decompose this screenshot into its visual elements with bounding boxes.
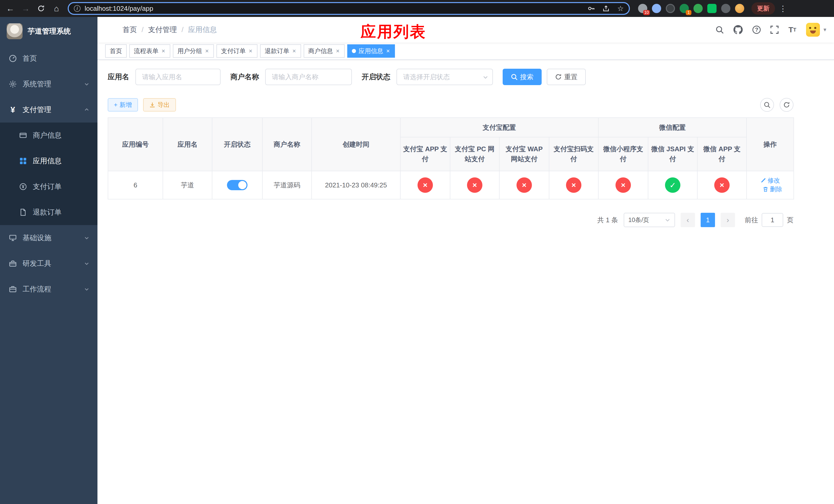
extensions-area: 10 1 xyxy=(638,4,744,13)
extension-check-icon[interactable] xyxy=(694,4,703,13)
extension-green-badge-icon[interactable]: 1 xyxy=(680,4,689,13)
extension-puzzle2-icon[interactable] xyxy=(721,4,730,13)
export-button-label: 导出 xyxy=(157,101,170,109)
avatar[interactable] xyxy=(806,23,820,37)
tab-close-icon[interactable]: × xyxy=(248,48,253,54)
sidebar-item-pay-order[interactable]: 支付订单 xyxy=(0,174,97,200)
reset-button[interactable]: 重置 xyxy=(547,69,586,85)
sidebar-item-payment[interactable]: ¥ 支付管理 xyxy=(0,97,97,122)
edit-link-label: 修改 xyxy=(768,176,780,185)
tab-refund-order[interactable]: 退款订单 × xyxy=(260,44,301,58)
extension-drop-icon[interactable] xyxy=(652,4,661,13)
password-key-icon[interactable] xyxy=(588,5,595,12)
font-size-icon[interactable]: TT xyxy=(788,26,796,33)
tab-app-info[interactable]: 应用信息 × xyxy=(347,44,395,58)
help-icon[interactable]: ? xyxy=(752,26,761,34)
sidebar-item-label: 支付订单 xyxy=(33,182,62,191)
extension-face-icon[interactable] xyxy=(735,4,744,13)
address-bar[interactable]: i localhost:1024/pay/app ☆ xyxy=(68,2,630,15)
app-name-label: 应用名 xyxy=(108,72,129,82)
extension-dark-icon[interactable] xyxy=(666,4,675,13)
cell-alipay-app: × xyxy=(400,171,450,199)
merchant-name-input[interactable] xyxy=(265,69,352,85)
yen-icon: ¥ xyxy=(8,106,18,114)
sidebar-item-label: 商户信息 xyxy=(33,131,62,140)
goto-page-input[interactable] xyxy=(762,213,783,227)
add-button[interactable]: + 新增 xyxy=(108,98,138,112)
back-icon[interactable]: ← xyxy=(3,2,18,15)
fullscreen-icon[interactable] xyxy=(770,26,778,34)
sidebar-item-system[interactable]: 系统管理 xyxy=(0,71,97,97)
page-size-select[interactable]: 10条/页 xyxy=(624,213,675,227)
export-button[interactable]: 导出 xyxy=(143,98,176,112)
cell-app-name: 芋道 xyxy=(163,171,212,199)
tab-pay-order[interactable]: 支付订单 × xyxy=(216,44,258,58)
toggle-search-button[interactable] xyxy=(760,98,774,112)
github-icon[interactable] xyxy=(733,25,743,35)
col-header-wx-jsapi: 微信 JSAPI 支付 xyxy=(648,137,697,171)
search-button[interactable]: 搜索 xyxy=(503,69,542,85)
page-size-value: 10条/页 xyxy=(628,216,649,224)
url-text: localhost:1024/pay/app xyxy=(85,5,153,13)
sidebar-item-label: 工作流程 xyxy=(23,284,51,294)
home-icon[interactable]: ⌂ xyxy=(49,2,64,15)
search-icon[interactable] xyxy=(716,26,724,34)
filter-form: 应用名 商户名称 开启状态 xyxy=(108,69,824,85)
breadcrumb-payment[interactable]: 支付管理 xyxy=(148,25,177,35)
extension-puzzle-icon[interactable]: 10 xyxy=(638,4,647,13)
status-select-input[interactable] xyxy=(396,69,493,85)
tab-close-icon[interactable]: × xyxy=(205,48,209,54)
extension-badge: 10 xyxy=(643,10,650,15)
delete-link[interactable]: 删除 xyxy=(763,185,782,193)
app-table: 应用编号 应用名 开启状态 商户名称 创建时间 支付宝配置 微信配置 操作 支付… xyxy=(108,117,794,200)
browser-menu-icon[interactable]: ⋮ xyxy=(779,4,787,13)
tab-process-form[interactable]: 流程表单 × xyxy=(129,44,170,58)
sidebar-item-app-info[interactable]: 应用信息 xyxy=(0,148,97,174)
tab-label: 首页 xyxy=(110,47,122,55)
chevron-down-icon xyxy=(84,261,89,266)
user-menu[interactable]: ▾ xyxy=(806,23,826,37)
prev-page-button[interactable]: ‹ xyxy=(681,213,695,227)
tab-merchant-info[interactable]: 商户信息 × xyxy=(304,44,345,58)
extension-chat-icon[interactable] xyxy=(707,4,717,13)
cell-merchant: 芋道源码 xyxy=(262,171,312,199)
site-info-icon[interactable]: i xyxy=(74,5,81,12)
sidebar-item-dev-tools[interactable]: 研发工具 xyxy=(0,251,97,276)
tab-close-icon[interactable]: × xyxy=(335,48,340,54)
reload-icon[interactable] xyxy=(34,2,48,15)
sidebar: 芋道管理系统 首页 系统管理 ¥ 支付管理 xyxy=(0,17,97,504)
tab-close-icon[interactable]: × xyxy=(386,48,390,54)
sidebar-item-label: 基础设施 xyxy=(23,233,51,243)
refresh-button[interactable] xyxy=(780,98,793,112)
breadcrumb-home[interactable]: 首页 xyxy=(123,25,137,35)
sidebar-item-refund-order[interactable]: 退款订单 xyxy=(0,200,97,225)
sidebar-item-merchant-info[interactable]: 商户信息 xyxy=(0,122,97,148)
page-number-1[interactable]: 1 xyxy=(701,213,715,227)
app-name-input[interactable] xyxy=(135,69,221,85)
tab-close-icon[interactable]: × xyxy=(161,48,166,54)
workflow-icon xyxy=(8,285,18,293)
app-logo[interactable]: 芋道管理系统 xyxy=(0,17,97,46)
edit-link[interactable]: 修改 xyxy=(761,176,780,185)
tab-close-icon[interactable]: × xyxy=(292,48,297,54)
sidebar-item-infra[interactable]: 基础设施 xyxy=(0,225,97,251)
next-page-button[interactable]: › xyxy=(721,213,735,227)
tab-home[interactable]: 首页 xyxy=(105,44,127,58)
status-select[interactable] xyxy=(396,69,493,85)
sidebar-item-label: 系统管理 xyxy=(23,79,51,89)
cell-alipay-qr: × xyxy=(549,171,598,199)
status-label: 开启状态 xyxy=(361,72,390,82)
sidebar-item-label: 研发工具 xyxy=(23,259,51,269)
status-toggle[interactable] xyxy=(227,180,247,190)
share-icon[interactable] xyxy=(602,5,610,12)
sidebar-item-workflow[interactable]: 工作流程 xyxy=(0,276,97,302)
goto-label: 前往 xyxy=(745,215,758,225)
delete-link-label: 删除 xyxy=(770,185,782,193)
forward-icon[interactable]: → xyxy=(19,2,33,15)
sidebar-item-home[interactable]: 首页 xyxy=(0,46,97,71)
tab-label: 商户信息 xyxy=(308,47,333,55)
browser-update-button[interactable]: 更新 xyxy=(751,2,775,15)
bookmark-star-icon[interactable]: ☆ xyxy=(617,4,624,13)
tab-user-group[interactable]: 用户分组 × xyxy=(173,44,214,58)
tab-label: 应用信息 xyxy=(358,47,383,55)
